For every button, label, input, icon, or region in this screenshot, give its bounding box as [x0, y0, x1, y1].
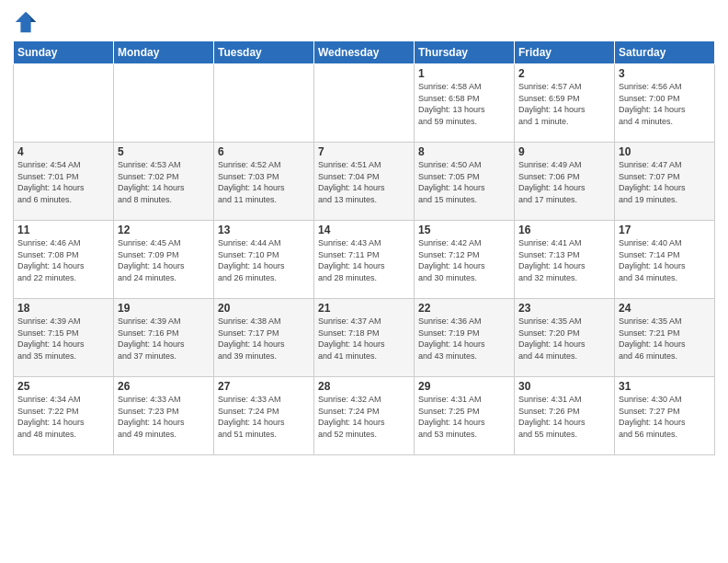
calendar-cell: 17Sunrise: 4:40 AM Sunset: 7:14 PM Dayli…	[615, 221, 715, 299]
day-number: 27	[218, 380, 310, 393]
calendar-week-row: 25Sunrise: 4:34 AM Sunset: 7:22 PM Dayli…	[14, 377, 715, 455]
day-number: 11	[17, 224, 109, 236]
page: SundayMondayTuesdayWednesdayThursdayFrid…	[0, 0, 728, 563]
day-info: Sunrise: 4:33 AM Sunset: 7:24 PM Dayligh…	[218, 394, 310, 440]
day-number: 17	[619, 224, 711, 236]
calendar-cell: 20Sunrise: 4:38 AM Sunset: 7:17 PM Dayli…	[214, 299, 314, 377]
calendar-cell: 9Sunrise: 4:49 AM Sunset: 7:06 PM Daylig…	[515, 143, 615, 221]
calendar-cell	[214, 64, 314, 143]
day-info: Sunrise: 4:40 AM Sunset: 7:14 PM Dayligh…	[619, 237, 711, 283]
day-info: Sunrise: 4:46 AM Sunset: 7:08 PM Dayligh…	[17, 237, 109, 283]
day-info: Sunrise: 4:45 AM Sunset: 7:09 PM Dayligh…	[118, 237, 210, 283]
calendar-cell: 27Sunrise: 4:33 AM Sunset: 7:24 PM Dayli…	[214, 377, 314, 455]
calendar-week-row: 18Sunrise: 4:39 AM Sunset: 7:15 PM Dayli…	[14, 299, 715, 377]
calendar-week-row: 11Sunrise: 4:46 AM Sunset: 7:08 PM Dayli…	[14, 221, 715, 299]
day-info: Sunrise: 4:56 AM Sunset: 7:00 PM Dayligh…	[619, 81, 711, 127]
weekday-header-wednesday: Wednesday	[314, 41, 415, 64]
header	[13, 9, 715, 35]
day-number: 18	[17, 302, 109, 315]
calendar-cell: 6Sunrise: 4:52 AM Sunset: 7:03 PM Daylig…	[214, 143, 314, 221]
calendar-cell: 10Sunrise: 4:47 AM Sunset: 7:07 PM Dayli…	[615, 143, 715, 221]
day-info: Sunrise: 4:32 AM Sunset: 7:24 PM Dayligh…	[318, 394, 410, 440]
day-info: Sunrise: 4:47 AM Sunset: 7:07 PM Dayligh…	[619, 159, 711, 205]
calendar-cell	[314, 64, 415, 143]
day-number: 2	[518, 67, 610, 80]
day-info: Sunrise: 4:38 AM Sunset: 7:17 PM Dayligh…	[218, 316, 310, 362]
calendar-cell: 3Sunrise: 4:56 AM Sunset: 7:00 PM Daylig…	[615, 64, 715, 143]
day-number: 28	[318, 380, 410, 393]
calendar-cell: 25Sunrise: 4:34 AM Sunset: 7:22 PM Dayli…	[14, 377, 114, 455]
calendar-cell: 13Sunrise: 4:44 AM Sunset: 7:10 PM Dayli…	[214, 221, 314, 299]
day-info: Sunrise: 4:51 AM Sunset: 7:04 PM Dayligh…	[318, 159, 410, 205]
day-info: Sunrise: 4:41 AM Sunset: 7:13 PM Dayligh…	[518, 237, 610, 283]
calendar-cell: 28Sunrise: 4:32 AM Sunset: 7:24 PM Dayli…	[314, 377, 415, 455]
day-number: 9	[518, 145, 610, 158]
calendar-cell: 4Sunrise: 4:54 AM Sunset: 7:01 PM Daylig…	[14, 143, 114, 221]
calendar-cell: 11Sunrise: 4:46 AM Sunset: 7:08 PM Dayli…	[14, 221, 114, 299]
calendar-cell: 2Sunrise: 4:57 AM Sunset: 6:59 PM Daylig…	[515, 64, 615, 143]
day-number: 16	[518, 224, 610, 236]
day-number: 31	[619, 380, 711, 393]
calendar-cell: 18Sunrise: 4:39 AM Sunset: 7:15 PM Dayli…	[14, 299, 114, 377]
calendar-cell: 30Sunrise: 4:31 AM Sunset: 7:26 PM Dayli…	[515, 377, 615, 455]
day-number: 13	[218, 224, 310, 236]
calendar-cell: 7Sunrise: 4:51 AM Sunset: 7:04 PM Daylig…	[314, 143, 415, 221]
day-info: Sunrise: 4:49 AM Sunset: 7:06 PM Dayligh…	[518, 159, 610, 205]
day-info: Sunrise: 4:58 AM Sunset: 6:58 PM Dayligh…	[418, 81, 510, 127]
day-info: Sunrise: 4:33 AM Sunset: 7:23 PM Dayligh…	[118, 394, 210, 440]
weekday-header-sunday: Sunday	[14, 41, 114, 64]
day-number: 10	[619, 145, 711, 158]
day-info: Sunrise: 4:37 AM Sunset: 7:18 PM Dayligh…	[318, 316, 410, 362]
day-number: 6	[218, 145, 310, 158]
calendar-cell: 29Sunrise: 4:31 AM Sunset: 7:25 PM Dayli…	[415, 377, 515, 455]
day-info: Sunrise: 4:31 AM Sunset: 7:25 PM Dayligh…	[418, 394, 510, 440]
day-number: 12	[118, 224, 210, 236]
calendar-cell: 26Sunrise: 4:33 AM Sunset: 7:23 PM Dayli…	[114, 377, 214, 455]
day-number: 1	[418, 67, 510, 80]
calendar-table: SundayMondayTuesdayWednesdayThursdayFrid…	[13, 40, 715, 455]
logo	[13, 9, 40, 35]
calendar-cell: 19Sunrise: 4:39 AM Sunset: 7:16 PM Dayli…	[114, 299, 214, 377]
calendar-cell: 15Sunrise: 4:42 AM Sunset: 7:12 PM Dayli…	[415, 221, 515, 299]
day-info: Sunrise: 4:54 AM Sunset: 7:01 PM Dayligh…	[17, 159, 109, 205]
day-number: 22	[418, 302, 510, 315]
calendar-cell: 31Sunrise: 4:30 AM Sunset: 7:27 PM Dayli…	[615, 377, 715, 455]
calendar-cell: 5Sunrise: 4:53 AM Sunset: 7:02 PM Daylig…	[114, 143, 214, 221]
day-info: Sunrise: 4:31 AM Sunset: 7:26 PM Dayligh…	[518, 394, 610, 440]
day-info: Sunrise: 4:35 AM Sunset: 7:20 PM Dayligh…	[518, 316, 610, 362]
day-number: 30	[518, 380, 610, 393]
day-number: 26	[118, 380, 210, 393]
day-number: 25	[17, 380, 109, 393]
day-number: 20	[218, 302, 310, 315]
weekday-header-tuesday: Tuesday	[214, 41, 314, 64]
calendar-cell: 8Sunrise: 4:50 AM Sunset: 7:05 PM Daylig…	[415, 143, 515, 221]
weekday-header-saturday: Saturday	[615, 41, 715, 64]
weekday-header-thursday: Thursday	[415, 41, 515, 64]
day-info: Sunrise: 4:43 AM Sunset: 7:11 PM Dayligh…	[318, 237, 410, 283]
day-info: Sunrise: 4:52 AM Sunset: 7:03 PM Dayligh…	[218, 159, 310, 205]
calendar-cell: 16Sunrise: 4:41 AM Sunset: 7:13 PM Dayli…	[515, 221, 615, 299]
day-number: 3	[619, 67, 711, 80]
day-number: 29	[418, 380, 510, 393]
calendar-week-row: 1Sunrise: 4:58 AM Sunset: 6:58 PM Daylig…	[14, 64, 715, 143]
day-number: 21	[318, 302, 410, 315]
calendar-cell: 14Sunrise: 4:43 AM Sunset: 7:11 PM Dayli…	[314, 221, 415, 299]
day-info: Sunrise: 4:50 AM Sunset: 7:05 PM Dayligh…	[418, 159, 510, 205]
day-info: Sunrise: 4:34 AM Sunset: 7:22 PM Dayligh…	[17, 394, 109, 440]
calendar-cell: 22Sunrise: 4:36 AM Sunset: 7:19 PM Dayli…	[415, 299, 515, 377]
weekday-header-friday: Friday	[515, 41, 615, 64]
day-number: 5	[118, 145, 210, 158]
logo-icon	[13, 9, 39, 35]
day-number: 15	[418, 224, 510, 236]
day-info: Sunrise: 4:44 AM Sunset: 7:10 PM Dayligh…	[218, 237, 310, 283]
day-info: Sunrise: 4:35 AM Sunset: 7:21 PM Dayligh…	[619, 316, 711, 362]
day-number: 8	[418, 145, 510, 158]
calendar-cell	[114, 64, 214, 143]
weekday-header-row: SundayMondayTuesdayWednesdayThursdayFrid…	[14, 41, 715, 64]
day-info: Sunrise: 4:53 AM Sunset: 7:02 PM Dayligh…	[118, 159, 210, 205]
day-info: Sunrise: 4:42 AM Sunset: 7:12 PM Dayligh…	[418, 237, 510, 283]
calendar-cell: 1Sunrise: 4:58 AM Sunset: 6:58 PM Daylig…	[415, 64, 515, 143]
calendar-cell: 23Sunrise: 4:35 AM Sunset: 7:20 PM Dayli…	[515, 299, 615, 377]
calendar-cell: 12Sunrise: 4:45 AM Sunset: 7:09 PM Dayli…	[114, 221, 214, 299]
calendar-cell	[14, 64, 114, 143]
